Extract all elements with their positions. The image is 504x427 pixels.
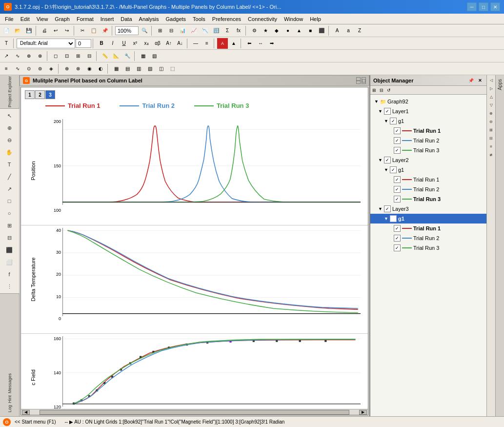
- tree-node-l3-g1-tr1[interactable]: ✓ Trial Run 1: [370, 224, 486, 233]
- bottom-btn-10[interactable]: ▦: [111, 63, 121, 74]
- tool-formula[interactable]: f: [1, 268, 18, 280]
- tools-btn-1[interactable]: ↗: [1, 51, 12, 61]
- graph-min-btn[interactable]: ─: [356, 77, 361, 84]
- tools-btn-7[interactable]: ⊞: [73, 51, 83, 61]
- tb-btn-13[interactable]: ▲: [294, 25, 304, 36]
- checkbox-l2g1tr3[interactable]: ✓: [394, 196, 401, 203]
- tool-zoom-out[interactable]: ⊖: [1, 134, 18, 146]
- align-right-btn[interactable]: ➡: [266, 38, 277, 49]
- checkbox-l3g1[interactable]: ✓: [390, 215, 397, 222]
- tools-btn-8[interactable]: ⊟: [84, 51, 95, 61]
- tool-draw-arrow[interactable]: ↗: [1, 183, 18, 195]
- line-style-btn[interactable]: —: [190, 38, 201, 49]
- checkbox-l3g1tr1[interactable]: ✓: [394, 225, 401, 232]
- tb-btn-8[interactable]: fx: [233, 25, 244, 36]
- panel-tab-3[interactable]: 3: [45, 90, 55, 99]
- menu-preferences[interactable]: Preferences: [209, 15, 244, 23]
- menu-file[interactable]: File: [2, 15, 17, 23]
- om-collapse-btn[interactable]: ⊟: [378, 87, 385, 93]
- tools-btn-4[interactable]: ⊗: [35, 51, 45, 61]
- om-pin-btn[interactable]: 📌: [467, 78, 475, 83]
- tree-node-l2-g1-tr2[interactable]: ✓ Trial Run 2: [370, 184, 486, 194]
- menu-connectivity[interactable]: Connectivity: [245, 15, 280, 23]
- start-menu-text[interactable]: << Start menu (F1): [15, 419, 56, 425]
- tb-btn-3[interactable]: 📊: [177, 25, 188, 36]
- line-color-btn[interactable]: ▲: [228, 38, 239, 49]
- menu-help[interactable]: Help: [307, 15, 324, 23]
- h-scrollbar[interactable]: ◀ ▶: [21, 409, 368, 415]
- tb-btn-18[interactable]: Z: [354, 25, 365, 36]
- tool-draw-circle[interactable]: ○: [1, 207, 18, 219]
- align-center-btn[interactable]: ↔: [255, 38, 266, 49]
- cut-btn[interactable]: ✂: [77, 25, 88, 36]
- copy-btn[interactable]: 📋: [88, 25, 99, 36]
- tools-btn-6[interactable]: ⊡: [61, 51, 72, 61]
- bottom-btn-15[interactable]: ⬚: [167, 63, 178, 74]
- bottom-btn-13[interactable]: ▧: [144, 63, 155, 74]
- tree-node-l1-g1-tr1[interactable]: ✓ Trial Run 1: [370, 126, 486, 136]
- scroll-left-btn[interactable]: ◀: [22, 410, 30, 415]
- tools-btn-2[interactable]: ∿: [12, 51, 23, 61]
- right-btn-2[interactable]: ▷: [487, 84, 495, 92]
- menu-gadgets[interactable]: Gadgets: [163, 15, 189, 23]
- tool-zoom-in[interactable]: ⊕: [1, 122, 18, 134]
- bottom-btn-9[interactable]: ◐: [95, 63, 106, 74]
- tool-draw-rect[interactable]: □: [1, 195, 18, 207]
- checkbox-l3g1tr2[interactable]: ✓: [394, 235, 401, 242]
- open-btn[interactable]: 📂: [12, 25, 23, 36]
- tb-btn-5[interactable]: 📉: [200, 25, 210, 36]
- format-btn-1[interactable]: T: [1, 38, 12, 49]
- tb-btn-16[interactable]: A: [332, 25, 343, 36]
- right-btn-8[interactable]: ⊟: [487, 134, 495, 142]
- tree-node-l1-g1-tr3[interactable]: ✓ Trial Run 3: [370, 145, 486, 155]
- panel-tab-2[interactable]: 2: [35, 90, 45, 99]
- checkbox-layer1[interactable]: ✓: [384, 108, 391, 115]
- scroll-right-btn[interactable]: ▶: [359, 410, 367, 415]
- underline-btn[interactable]: U: [119, 38, 129, 49]
- checkbox-l1g1tr2[interactable]: ✓: [394, 137, 401, 144]
- menu-view[interactable]: View: [34, 15, 51, 23]
- checkbox-layer2[interactable]: ✓: [384, 157, 391, 163]
- font-dn-btn[interactable]: A↓: [175, 38, 185, 49]
- menu-graph[interactable]: Graph: [52, 15, 73, 23]
- right-btn-1[interactable]: ◁: [487, 76, 495, 84]
- checkbox-layer3[interactable]: ✓: [384, 205, 391, 212]
- tool-pointer[interactable]: ↖: [1, 110, 18, 122]
- zoom-level-input[interactable]: [115, 26, 139, 35]
- paste-btn[interactable]: 📌: [100, 25, 110, 36]
- tree-node-l3-g1[interactable]: ▼ ✓ g1: [370, 214, 486, 224]
- new-btn[interactable]: 📄: [1, 25, 12, 36]
- italic-btn[interactable]: I: [107, 38, 118, 49]
- menu-tools[interactable]: Tools: [190, 15, 208, 23]
- tree-node-l2-g1-tr3[interactable]: ✓ Trial Run 3: [370, 194, 486, 204]
- tools-btn-10[interactable]: 📐: [111, 51, 121, 61]
- tools-btn-11[interactable]: 🔧: [122, 51, 133, 61]
- om-close-btn[interactable]: ✕: [477, 78, 484, 83]
- right-btn-3[interactable]: △: [487, 93, 495, 101]
- bold-btn[interactable]: B: [96, 38, 107, 49]
- save-btn[interactable]: 💾: [23, 25, 34, 36]
- tool-region[interactable]: ⬜: [1, 256, 18, 268]
- right-btn-6[interactable]: ⊖: [487, 118, 495, 125]
- menu-window[interactable]: Window: [281, 15, 306, 23]
- tb-btn-9[interactable]: ⚙: [249, 25, 260, 36]
- redo-btn[interactable]: ↪: [61, 25, 72, 36]
- tools-btn-12[interactable]: ▦: [138, 51, 148, 61]
- menu-insert[interactable]: Insert: [98, 15, 117, 23]
- tree-node-l2-g1-tr1[interactable]: ✓ Trial Run 1: [370, 175, 486, 184]
- bottom-btn-6[interactable]: ⊕: [61, 63, 72, 74]
- menu-data[interactable]: Data: [118, 15, 135, 23]
- tb-btn-12[interactable]: ●: [282, 25, 293, 36]
- right-btn-7[interactable]: ⊞: [487, 126, 495, 134]
- print-btn[interactable]: 🖨: [39, 25, 50, 36]
- tb-btn-11[interactable]: ◆: [271, 25, 282, 36]
- right-btn-5[interactable]: ⊕: [487, 109, 495, 117]
- tb-btn-2[interactable]: ⊟: [166, 25, 177, 36]
- tb-btn-15[interactable]: ⬛: [316, 25, 327, 36]
- font-up-btn[interactable]: A↑: [163, 38, 174, 49]
- tree-node-layer1[interactable]: ▼ ✓ Layer1: [370, 106, 486, 116]
- tb-btn-10[interactable]: ★: [260, 25, 271, 36]
- font-size-input[interactable]: [76, 39, 91, 48]
- tree-node-l1-g1[interactable]: ▼ ✓ g1: [370, 116, 486, 126]
- bottom-btn-8[interactable]: ◉: [84, 63, 95, 74]
